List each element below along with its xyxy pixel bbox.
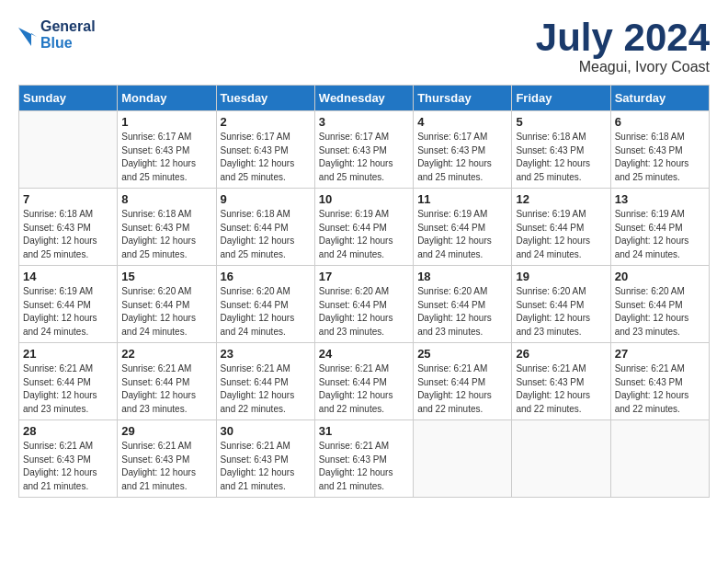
day-info: Sunrise: 6:19 AMSunset: 6:44 PMDaylight:… [319, 208, 409, 261]
day-number: 13 [615, 192, 705, 206]
day-info: Sunrise: 6:19 AMSunset: 6:44 PMDaylight:… [417, 208, 507, 261]
calendar-cell: 10Sunrise: 6:19 AMSunset: 6:44 PMDayligh… [314, 189, 413, 266]
calendar-cell: 25Sunrise: 6:21 AMSunset: 6:44 PMDayligh… [414, 343, 512, 420]
day-info: Sunrise: 6:20 AMSunset: 6:44 PMDaylight:… [417, 285, 507, 339]
calendar-cell: 11Sunrise: 6:19 AMSunset: 6:44 PMDayligh… [414, 189, 512, 266]
day-number: 22 [121, 347, 211, 361]
calendar-cell: 9Sunrise: 6:18 AMSunset: 6:44 PMDaylight… [216, 189, 314, 266]
calendar-cell: 29Sunrise: 6:21 AMSunset: 6:43 PMDayligh… [118, 420, 216, 498]
day-info: Sunrise: 6:21 AMSunset: 6:44 PMDaylight:… [121, 362, 211, 416]
day-info: Sunrise: 6:21 AMSunset: 6:43 PMDaylight:… [121, 440, 211, 493]
logo-text: General Blue [18, 18, 96, 52]
day-info: Sunrise: 6:19 AMSunset: 6:44 PMDaylight:… [23, 285, 113, 339]
day-info: Sunrise: 6:21 AMSunset: 6:44 PMDaylight:… [319, 362, 409, 416]
day-number: 17 [319, 270, 409, 283]
day-number: 15 [121, 270, 211, 283]
location-title: Meagui, Ivory Coast [536, 59, 710, 75]
day-number: 4 [417, 115, 507, 129]
day-number: 24 [319, 347, 409, 361]
calendar-cell: 12Sunrise: 6:19 AMSunset: 6:44 PMDayligh… [512, 189, 610, 266]
day-info: Sunrise: 6:21 AMSunset: 6:43 PMDaylight:… [516, 362, 606, 416]
calendar-cell: 6Sunrise: 6:18 AMSunset: 6:43 PMDaylight… [610, 111, 709, 189]
day-number: 31 [319, 424, 409, 438]
calendar-cell: 3Sunrise: 6:17 AMSunset: 6:43 PMDaylight… [314, 111, 413, 189]
day-number: 3 [319, 115, 409, 129]
calendar-cell: 18Sunrise: 6:20 AMSunset: 6:44 PMDayligh… [414, 266, 512, 343]
day-info: Sunrise: 6:21 AMSunset: 6:43 PMDaylight:… [221, 440, 311, 493]
calendar-cell: 5Sunrise: 6:18 AMSunset: 6:43 PMDaylight… [512, 111, 610, 189]
header-wednesday: Wednesday [314, 86, 413, 111]
svg-marker-0 [18, 28, 37, 46]
header-tuesday: Tuesday [216, 86, 314, 111]
calendar-header-row: SundayMondayTuesdayWednesdayThursdayFrid… [19, 86, 710, 111]
day-info: Sunrise: 6:19 AMSunset: 6:44 PMDaylight:… [615, 208, 705, 261]
calendar-cell: 13Sunrise: 6:19 AMSunset: 6:44 PMDayligh… [610, 189, 709, 266]
day-info: Sunrise: 6:18 AMSunset: 6:44 PMDaylight:… [221, 208, 311, 261]
page-header: General Blue July 2024 Meagui, Ivory Coa… [18, 18, 710, 75]
header-friday: Friday [512, 86, 610, 111]
day-info: Sunrise: 6:18 AMSunset: 6:43 PMDaylight:… [23, 208, 113, 261]
day-number: 29 [121, 424, 211, 438]
calendar-cell: 17Sunrise: 6:20 AMSunset: 6:44 PMDayligh… [314, 266, 413, 343]
day-info: Sunrise: 6:17 AMSunset: 6:43 PMDaylight:… [319, 131, 409, 184]
day-number: 2 [221, 115, 311, 129]
calendar-cell: 14Sunrise: 6:19 AMSunset: 6:44 PMDayligh… [19, 266, 118, 343]
day-info: Sunrise: 6:18 AMSunset: 6:43 PMDaylight:… [516, 131, 606, 184]
calendar-cell [414, 420, 512, 498]
calendar-cell [610, 420, 709, 498]
day-number: 12 [516, 192, 606, 206]
day-info: Sunrise: 6:18 AMSunset: 6:43 PMDaylight:… [121, 208, 211, 261]
calendar-cell: 1Sunrise: 6:17 AMSunset: 6:43 PMDaylight… [118, 111, 216, 189]
day-info: Sunrise: 6:20 AMSunset: 6:44 PMDaylight:… [615, 285, 705, 339]
calendar-cell: 4Sunrise: 6:17 AMSunset: 6:43 PMDaylight… [414, 111, 512, 189]
calendar-week-1: 7Sunrise: 6:18 AMSunset: 6:43 PMDaylight… [19, 189, 710, 266]
calendar-cell: 27Sunrise: 6:21 AMSunset: 6:43 PMDayligh… [610, 343, 709, 420]
logo-blue: Blue [40, 35, 96, 52]
calendar-cell: 24Sunrise: 6:21 AMSunset: 6:44 PMDayligh… [314, 343, 413, 420]
calendar-week-2: 14Sunrise: 6:19 AMSunset: 6:44 PMDayligh… [19, 266, 710, 343]
day-number: 16 [221, 270, 311, 283]
calendar-cell: 19Sunrise: 6:20 AMSunset: 6:44 PMDayligh… [512, 266, 610, 343]
day-info: Sunrise: 6:21 AMSunset: 6:43 PMDaylight:… [615, 362, 705, 416]
calendar-cell: 28Sunrise: 6:21 AMSunset: 6:43 PMDayligh… [19, 420, 118, 498]
day-info: Sunrise: 6:21 AMSunset: 6:43 PMDaylight:… [319, 440, 409, 493]
logo: General Blue [18, 18, 96, 52]
day-number: 9 [221, 192, 311, 206]
day-info: Sunrise: 6:21 AMSunset: 6:43 PMDaylight:… [23, 440, 113, 493]
day-info: Sunrise: 6:21 AMSunset: 6:44 PMDaylight:… [417, 362, 507, 416]
header-monday: Monday [118, 86, 216, 111]
logo-general: General [40, 18, 96, 35]
calendar-cell: 26Sunrise: 6:21 AMSunset: 6:43 PMDayligh… [512, 343, 610, 420]
day-number: 8 [121, 192, 211, 206]
calendar-cell: 22Sunrise: 6:21 AMSunset: 6:44 PMDayligh… [118, 343, 216, 420]
day-info: Sunrise: 6:17 AMSunset: 6:43 PMDaylight:… [121, 131, 211, 184]
day-number: 26 [516, 347, 606, 361]
day-number: 1 [121, 115, 211, 129]
day-info: Sunrise: 6:21 AMSunset: 6:44 PMDaylight:… [221, 362, 311, 416]
day-info: Sunrise: 6:19 AMSunset: 6:44 PMDaylight:… [516, 208, 606, 261]
calendar-cell: 31Sunrise: 6:21 AMSunset: 6:43 PMDayligh… [314, 420, 413, 498]
day-info: Sunrise: 6:17 AMSunset: 6:43 PMDaylight:… [417, 131, 507, 184]
calendar-cell: 21Sunrise: 6:21 AMSunset: 6:44 PMDayligh… [19, 343, 118, 420]
calendar-cell [512, 420, 610, 498]
calendar-table: SundayMondayTuesdayWednesdayThursdayFrid… [18, 85, 710, 498]
day-info: Sunrise: 6:17 AMSunset: 6:43 PMDaylight:… [221, 131, 311, 184]
day-info: Sunrise: 6:18 AMSunset: 6:43 PMDaylight:… [615, 131, 705, 184]
calendar-week-0: 1Sunrise: 6:17 AMSunset: 6:43 PMDaylight… [19, 111, 710, 189]
calendar-cell: 15Sunrise: 6:20 AMSunset: 6:44 PMDayligh… [118, 266, 216, 343]
header-sunday: Sunday [19, 86, 118, 111]
day-info: Sunrise: 6:20 AMSunset: 6:44 PMDaylight:… [516, 285, 606, 339]
calendar-cell [19, 111, 118, 189]
calendar-cell: 7Sunrise: 6:18 AMSunset: 6:43 PMDaylight… [19, 189, 118, 266]
header-saturday: Saturday [610, 86, 709, 111]
day-number: 14 [23, 270, 113, 283]
day-info: Sunrise: 6:20 AMSunset: 6:44 PMDaylight:… [319, 285, 409, 339]
calendar-cell: 8Sunrise: 6:18 AMSunset: 6:43 PMDaylight… [118, 189, 216, 266]
day-number: 5 [516, 115, 606, 129]
day-number: 25 [417, 347, 507, 361]
day-info: Sunrise: 6:21 AMSunset: 6:44 PMDaylight:… [23, 362, 113, 416]
calendar-cell: 23Sunrise: 6:21 AMSunset: 6:44 PMDayligh… [216, 343, 314, 420]
calendar-cell: 30Sunrise: 6:21 AMSunset: 6:43 PMDayligh… [216, 420, 314, 498]
day-number: 18 [417, 270, 507, 283]
day-number: 28 [23, 424, 113, 438]
